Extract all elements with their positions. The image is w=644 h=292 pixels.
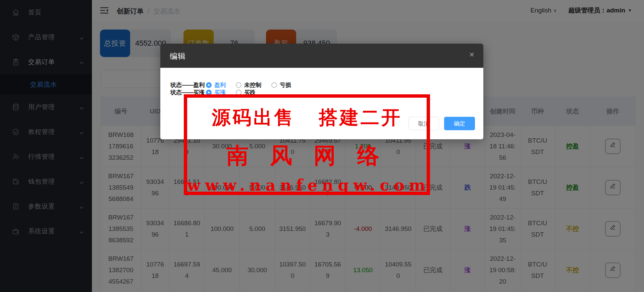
radio-option[interactable]: 买涨 xyxy=(206,89,226,96)
radio-option[interactable]: 未控制 xyxy=(236,81,261,89)
radio-option-label: 买跌 xyxy=(244,89,256,96)
radio-group-label: 状态——买涨 xyxy=(170,89,205,96)
radio-option-label: 盈利 xyxy=(214,81,226,89)
radio-icon[interactable] xyxy=(271,82,277,88)
radio-group-2: 状态——买涨买涨买跌 xyxy=(170,89,266,96)
edit-dialog: 编辑 ✕ 状态——盈利盈利未控制亏损状态——买涨买涨买跌 取消 确定 xyxy=(160,44,483,139)
cancel-button[interactable]: 取消 xyxy=(409,117,439,130)
radio-group-label: 状态——盈利 xyxy=(170,81,205,89)
radio-icon[interactable] xyxy=(236,90,241,95)
dialog-title: 编辑 xyxy=(170,51,186,61)
radio-group-1: 状态——盈利盈利未控制亏损 xyxy=(170,81,301,89)
radio-option[interactable]: 亏损 xyxy=(271,81,291,89)
radio-option[interactable]: 盈利 xyxy=(206,81,226,89)
radio-option-label: 买涨 xyxy=(214,89,226,96)
radio-option-label: 未控制 xyxy=(244,81,261,89)
radio-icon[interactable] xyxy=(206,82,212,88)
radio-option-label: 亏损 xyxy=(280,81,291,89)
radio-icon[interactable] xyxy=(206,90,212,95)
confirm-button[interactable]: 确定 xyxy=(444,117,475,130)
radio-option[interactable]: 买跌 xyxy=(236,89,256,96)
close-icon[interactable]: ✕ xyxy=(469,51,475,58)
radio-icon[interactable] xyxy=(236,82,241,88)
dialog-header: 编辑 ✕ xyxy=(160,44,483,68)
